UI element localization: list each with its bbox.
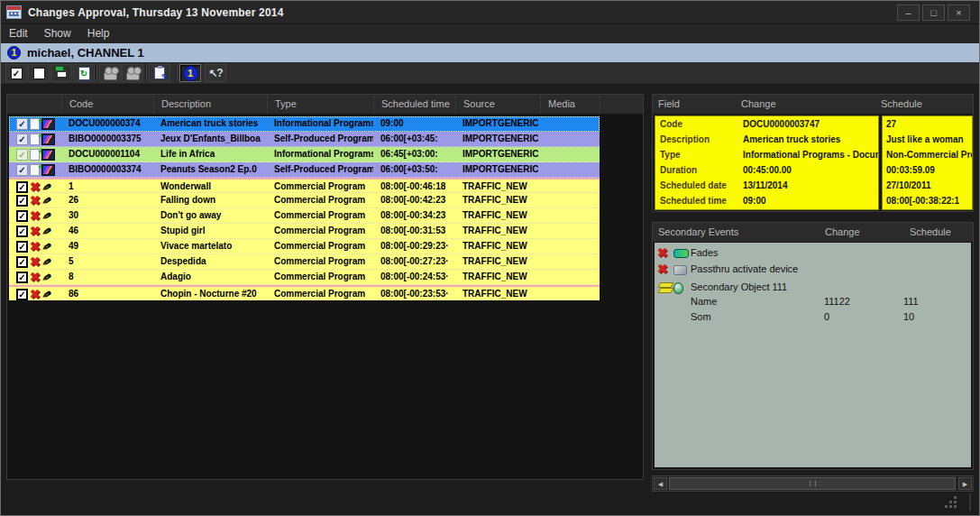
schedule-value: 27/10/2011 bbox=[883, 178, 972, 193]
cell-source: TRAFFIC_NEW bbox=[455, 224, 540, 239]
edit-approval-button[interactable]: ✎ bbox=[149, 64, 170, 82]
row-checkbox[interactable]: ✓ bbox=[16, 134, 28, 145]
row-checkbox[interactable]: ✓ bbox=[16, 272, 28, 283]
field-label: Code bbox=[660, 116, 682, 132]
resize-grip[interactable] bbox=[945, 496, 957, 509]
table-row[interactable]: ✓ ✖ ✎ 49 Vivace martelato Commercial Pro… bbox=[9, 239, 600, 254]
secondary-change-value: 11122 bbox=[824, 294, 850, 309]
row-checkbox[interactable]: ✓ bbox=[16, 289, 28, 300]
secondary-change-value: 0 bbox=[824, 309, 829, 325]
row-icons: ✓ + bbox=[9, 162, 61, 178]
cell-media bbox=[540, 132, 600, 147]
row-checkbox[interactable]: ✓ bbox=[16, 210, 28, 222]
scrollbar-thumb[interactable] bbox=[669, 477, 956, 490]
header-scheduled-time[interactable]: Scheduled time bbox=[373, 95, 455, 114]
pen-edit-icon: ✎ bbox=[41, 239, 52, 254]
secondary-event-label: Fades bbox=[691, 245, 719, 261]
minimize-button[interactable]: – bbox=[897, 5, 920, 21]
table-row[interactable]: ✓ + BIBO0000003374 Peanuts Season2 Ep.0 … bbox=[9, 162, 600, 178]
table-row[interactable]: ✓ ✖ ✎ 26 Falling down Commercial Program… bbox=[9, 193, 600, 208]
field-change-panel: Field Change Schedule Code DOCU000000374… bbox=[652, 94, 974, 212]
header-source[interactable]: Source bbox=[455, 95, 540, 114]
channel-label: michael, CHANNEL 1 bbox=[27, 46, 144, 60]
cell-description: Falling down bbox=[153, 193, 267, 208]
cell-media bbox=[540, 193, 600, 208]
header-secondary-events[interactable]: Secondary Events bbox=[658, 223, 738, 242]
secondary-event-label: Secondary Object 111 bbox=[691, 280, 787, 295]
secondary-event-row[interactable]: ✖ Fades bbox=[655, 245, 971, 261]
menu-help[interactable]: Help bbox=[79, 24, 118, 43]
header-change[interactable]: Change bbox=[741, 95, 776, 114]
select-all-button[interactable]: ✓ bbox=[5, 64, 27, 82]
secondary-event-row[interactable]: ✖ Passthru activate device bbox=[655, 262, 971, 277]
cell-source: TRAFFIC_NEW bbox=[455, 254, 540, 270]
cell-source: TRAFFIC_NEW bbox=[455, 193, 540, 208]
row-checkbox[interactable]: ✓ bbox=[16, 256, 28, 268]
secondary-event-row[interactable]: Name 11122 111 bbox=[655, 294, 971, 309]
header-media[interactable]: Media bbox=[540, 95, 600, 114]
header-schedule[interactable]: Schedule bbox=[910, 223, 951, 242]
scroll-left-button[interactable]: ◀ bbox=[654, 477, 667, 490]
row-icons: ✓ + bbox=[9, 132, 61, 147]
secondary-event-row[interactable]: Som 0 10 bbox=[655, 309, 971, 325]
delete-x-icon: ✖ bbox=[30, 181, 41, 193]
table-row[interactable]: ✓ + BIBO0000003375 Jeux D'Enfants_Billbo… bbox=[9, 132, 600, 147]
table-row[interactable]: ✓ + DOCU000000374 American truck stories… bbox=[9, 116, 600, 132]
table-row[interactable]: ✓ ✖ ✎ 8 Adagio Commercial Program 08:00[… bbox=[9, 270, 600, 285]
secondary-event-row[interactable]: Secondary Object 111 bbox=[655, 280, 971, 295]
monitor-preview-icon[interactable] bbox=[41, 118, 55, 130]
context-help-button[interactable]: ↖? bbox=[205, 64, 226, 82]
horizontal-scrollbar[interactable]: ◀ ▶ bbox=[652, 475, 974, 492]
monitor-preview-icon[interactable] bbox=[41, 164, 55, 176]
clipboard-pen-icon: ✎ bbox=[154, 67, 165, 79]
table-row[interactable]: ✓ ✖ ✎ 1 Wonderwall Commercial Program 08… bbox=[9, 178, 600, 193]
row-checkbox[interactable]: ✓ bbox=[16, 226, 28, 237]
header-icons-column[interactable] bbox=[9, 95, 61, 114]
header-field[interactable]: Field bbox=[658, 95, 680, 114]
cell-scheduled-time: 06:45[+03:00: bbox=[373, 147, 455, 162]
scroll-right-button[interactable]: ▶ bbox=[958, 477, 972, 490]
refresh-button[interactable]: ↻ bbox=[73, 64, 95, 82]
arrow-question-icon: ↖? bbox=[208, 67, 222, 79]
header-description[interactable]: Description bbox=[153, 95, 267, 114]
row-checkbox[interactable]: ✓ bbox=[16, 149, 28, 161]
cell-code: DOCU000000374 bbox=[61, 116, 153, 132]
table-row[interactable]: ✓ ✖ ✎ 86 Chopin - Nocturne #20 Commercia… bbox=[9, 285, 600, 300]
close-button[interactable]: × bbox=[948, 5, 970, 21]
schedule-value: Just like a woman bbox=[883, 132, 972, 147]
cell-code: BIBO0000003375 bbox=[61, 132, 153, 147]
cell-description: Don't go away bbox=[153, 208, 267, 224]
toolbar-separator bbox=[176, 65, 178, 81]
open-folder-button[interactable] bbox=[50, 64, 72, 82]
camera-preview-1-button[interactable] bbox=[99, 64, 121, 82]
cell-media bbox=[540, 239, 600, 254]
row-checkbox[interactable]: ✓ bbox=[16, 118, 28, 130]
header-code[interactable]: Code bbox=[61, 95, 153, 114]
cell-scheduled-time: 08:00[-00:34:23 bbox=[373, 208, 455, 224]
menu-show[interactable]: Show bbox=[36, 24, 79, 43]
row-checkbox[interactable]: ✓ bbox=[16, 164, 28, 176]
table-row[interactable]: ✓ ✖ ✎ 5 Despedida Commercial Program 08:… bbox=[9, 254, 600, 270]
header-schedule[interactable]: Schedule bbox=[881, 95, 922, 114]
row-checkbox[interactable]: ✓ bbox=[16, 241, 28, 253]
field-row: Scheduled date 13/11/2014 bbox=[655, 178, 878, 193]
monitor-preview-icon[interactable] bbox=[41, 149, 55, 161]
table-row[interactable]: ✓ + DOCU000001104 Life in Africa Informa… bbox=[9, 147, 600, 162]
maximize-button[interactable]: □ bbox=[922, 5, 945, 21]
row-checkbox[interactable]: ✓ bbox=[16, 195, 28, 207]
channel-1-button[interactable]: 1 bbox=[179, 64, 201, 82]
schedule-table-panel: Code Description Type Scheduled time Sou… bbox=[6, 94, 644, 480]
delete-x-icon: ✖ bbox=[657, 247, 668, 259]
table-row[interactable]: ✓ ✖ ✎ 46 Stupid girl Commercial Program … bbox=[9, 224, 600, 239]
cell-source: TRAFFIC_NEW bbox=[455, 270, 540, 285]
row-checkbox[interactable]: ✓ bbox=[16, 181, 28, 193]
header-blank bbox=[600, 95, 641, 114]
header-type[interactable]: Type bbox=[267, 95, 373, 114]
camera-preview-2-button[interactable] bbox=[122, 64, 143, 82]
table-row[interactable]: ✓ ✖ ✎ 30 Don't go away Commercial Progra… bbox=[9, 208, 600, 224]
deselect-all-button[interactable] bbox=[28, 64, 50, 82]
cell-description: American truck stories bbox=[153, 116, 267, 132]
monitor-preview-icon[interactable] bbox=[41, 134, 55, 145]
header-change[interactable]: Change bbox=[825, 223, 860, 242]
menu-edit[interactable]: Edit bbox=[1, 24, 36, 43]
